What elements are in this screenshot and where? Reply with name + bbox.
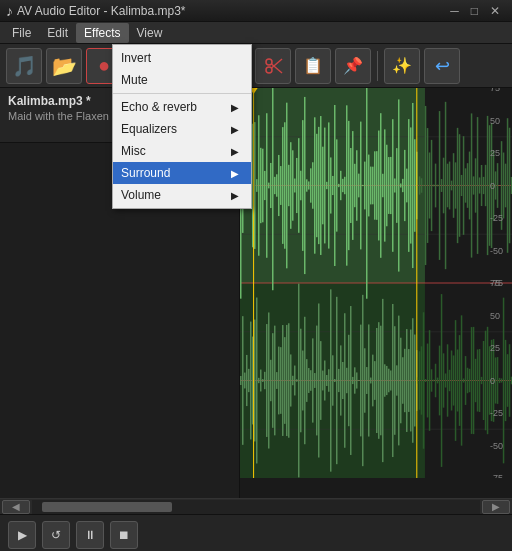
bottom-bar: ▶ ↺ ⏸ ⏹ Position: 00:13.490 🔊 44100 ● St… — [0, 514, 512, 551]
arrow-icon: ▶ — [231, 102, 239, 113]
arrow-icon: ▶ — [231, 168, 239, 179]
play-button[interactable]: ▶ — [8, 521, 36, 549]
menu-effects[interactable]: Effects — [76, 23, 128, 43]
menu-bar: File Edit Effects View — [0, 22, 512, 44]
svg-line-5 — [272, 59, 283, 68]
scroll-right-btn[interactable]: ▶ — [482, 500, 510, 514]
svg-point-2 — [266, 59, 272, 65]
dropdown-mute[interactable]: Mute — [113, 69, 251, 91]
scroll-bar[interactable]: ◀ ▶ — [0, 498, 512, 514]
toolbar-separator-2 — [377, 51, 378, 81]
dropdown-surround[interactable]: Surround ▶ — [113, 162, 251, 184]
close-btn[interactable]: ✕ — [484, 4, 506, 18]
svg-line-4 — [272, 64, 283, 73]
stop-button[interactable]: ⏹ — [110, 521, 138, 549]
arrow-icon: ▶ — [231, 190, 239, 201]
scroll-left-btn[interactable]: ◀ — [2, 500, 30, 514]
open-button[interactable]: 📂 — [46, 48, 82, 84]
maximize-btn[interactable]: □ — [465, 4, 484, 18]
main-area: Kalimba.mp3 * Maid with the Flaxen H... … — [0, 88, 512, 498]
waveform-canvas[interactable] — [240, 88, 512, 478]
copy-button[interactable]: 📋 — [295, 48, 331, 84]
dropdown-separator — [113, 93, 251, 94]
minimize-btn[interactable]: ─ — [444, 4, 465, 18]
app-icon: ♪ — [6, 3, 13, 19]
menu-view[interactable]: View — [129, 23, 171, 43]
transport-controls: ▶ ↺ ⏸ ⏹ — [0, 515, 512, 551]
scissors-icon — [262, 55, 284, 77]
undo-button[interactable]: ↩ — [424, 48, 460, 84]
scissors-button[interactable] — [255, 48, 291, 84]
dropdown-invert[interactable]: Invert — [113, 47, 251, 69]
dropdown-equalizers[interactable]: Equalizers ▶ — [113, 118, 251, 140]
effects-dropdown-menu: Invert Mute Echo & reverb ▶ Equalizers ▶… — [112, 44, 252, 209]
paste-button[interactable]: 📌 — [335, 48, 371, 84]
scroll-thumb[interactable] — [42, 502, 172, 512]
dropdown-volume[interactable]: Volume ▶ — [113, 184, 251, 206]
dropdown-misc[interactable]: Misc ▶ — [113, 140, 251, 162]
arrow-icon: ▶ — [231, 124, 239, 135]
menu-file[interactable]: File — [4, 23, 39, 43]
magic-button[interactable]: ✨ — [384, 48, 420, 84]
new-button[interactable]: 🎵 — [6, 48, 42, 84]
svg-point-3 — [266, 67, 272, 73]
loop-button[interactable]: ↺ — [42, 521, 70, 549]
pause-button[interactable]: ⏸ — [76, 521, 104, 549]
arrow-icon: ▶ — [231, 146, 239, 157]
title-bar: ♪ AV Audio Editor - Kalimba.mp3* ─ □ ✕ — [0, 0, 512, 22]
waveform-area[interactable]: :30 1:00 1:30 2:00 — [240, 88, 512, 498]
title-bar-text: AV Audio Editor - Kalimba.mp3* — [17, 4, 186, 18]
dropdown-echo-reverb[interactable]: Echo & reverb ▶ — [113, 96, 251, 118]
toolbar: 🎵 📂 ● 💾 📄 📋 📌 ✨ ↩ — [0, 44, 512, 88]
menu-edit[interactable]: Edit — [39, 23, 76, 43]
